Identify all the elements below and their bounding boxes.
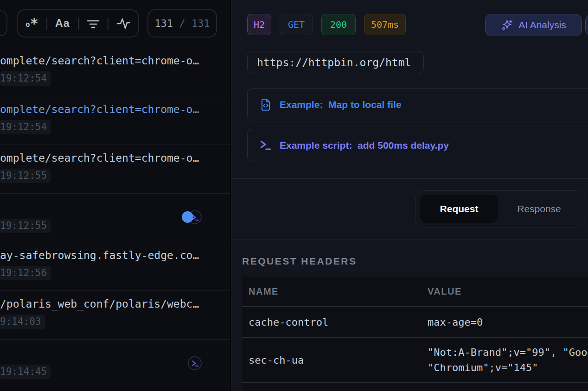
file-code-icon	[260, 98, 272, 111]
script-active-badge[interactable]	[187, 210, 202, 225]
search-box-partial[interactable]	[0, 10, 7, 36]
header-value: max-age=0	[421, 315, 588, 330]
header-name: cache-control	[242, 316, 421, 328]
request-url: omplete/search?client=chrome-o…	[0, 151, 230, 164]
request-row[interactable]: /polaris_web_conf/polaris/webc… 9:14:03	[0, 291, 230, 340]
request-url: /polaris_web_conf/polaris/webc…	[0, 297, 230, 310]
request-row[interactable]: ay-safebrowsing.fastly-edge.co… 19:12:56	[0, 242, 230, 291]
request-url: ay-safebrowsing.fastly-edge.co…	[0, 249, 230, 262]
request-timestamp: 19:12:54	[0, 71, 51, 86]
table-header-row: NAME VALUE	[242, 277, 588, 307]
example-script-button[interactable]: Example script: add 500ms delay.py	[247, 129, 588, 162]
column-header-name: NAME	[242, 286, 421, 297]
request-url: omplete/search?client=chrome-o…	[0, 54, 230, 67]
example-map-local-file-button[interactable]: Example: Map to local file	[247, 88, 588, 121]
request-headers-table: NAME VALUE cache-control max-age=0 sec-c…	[242, 277, 588, 391]
request-timestamp: 19:12:54	[0, 120, 51, 134]
table-row	[242, 383, 588, 391]
request-row[interactable]: 19:14:45	[0, 340, 230, 388]
request-row[interactable]: omplete/search?client=chrome-o… 19:12:55	[0, 145, 230, 194]
request-detail-panel: H2 GET 200 507ms AI Analysis https://htt…	[231, 0, 588, 391]
request-counter: 131 / 131	[147, 9, 217, 38]
header-name: sec-ch-ua	[242, 354, 421, 366]
active-dot	[182, 211, 193, 223]
protocol-badge: H2	[247, 14, 271, 35]
terminal-circle-icon	[188, 356, 202, 370]
badge-row: H2 GET 200 507ms	[247, 14, 406, 35]
request-url-field[interactable]: https://httpbin.org/html	[247, 51, 424, 74]
request-list-panel: o* Aa 131 / 131 omplete/search?client=ch	[0, 0, 230, 391]
request-timestamp: 19:14:45	[0, 365, 51, 379]
example-script-label: Example script: add 500ms delay.py	[280, 140, 449, 151]
example-map-label: Example: Map to local file	[280, 99, 402, 110]
table-row: cache-control max-age=0	[242, 307, 588, 338]
activity-waveform-icon[interactable]	[116, 17, 130, 31]
filter-icon-group: o* Aa	[17, 9, 139, 38]
status-badge: 200	[321, 14, 356, 35]
request-response-tabs: Request Response	[415, 190, 585, 227]
request-list: omplete/search?client=chrome-o… 19:12:54…	[0, 48, 230, 388]
ai-analysis-label: AI Analysis	[518, 19, 566, 31]
terminal-icon	[260, 139, 272, 151]
list-toolbar: o* Aa 131 / 131	[0, 0, 230, 48]
request-headers-title: REQUEST HEADERS	[242, 256, 357, 267]
filter-lines-icon[interactable]	[87, 18, 100, 30]
regex-toggle-icon[interactable]: o*	[26, 18, 38, 29]
request-timestamp: 19:12:55	[0, 169, 51, 183]
header-value: "Not:A-Brand";v="99", "Google Chrome";v=…	[421, 345, 588, 375]
duration-badge: 507ms	[364, 14, 406, 35]
tab-response[interactable]: Response	[498, 203, 580, 214]
case-sensitive-icon[interactable]: Aa	[55, 17, 70, 30]
request-row[interactable]: omplete/search?client=chrome-o… 19:12:54	[0, 48, 230, 96]
request-row[interactable]: omplete/search?client=chrome-o… 19:12:54	[0, 96, 230, 145]
request-url-value: https://httpbin.org/html	[257, 57, 411, 69]
ai-analysis-button[interactable]: AI Analysis	[485, 14, 582, 36]
request-url: omplete/search?client=chrome-o…	[0, 103, 230, 116]
tab-request[interactable]: Request	[420, 195, 498, 223]
table-row: sec-ch-ua "Not:A-Brand";v="99", "Google …	[242, 338, 588, 383]
sparkle-icon	[501, 19, 513, 32]
request-timestamp: 19:12:55	[0, 219, 51, 233]
request-timestamp: 19:12:56	[0, 266, 51, 280]
divider	[78, 18, 79, 30]
divider	[46, 18, 47, 30]
request-row[interactable]: 19:12:55	[0, 194, 230, 242]
script-badge[interactable]	[187, 356, 202, 371]
column-header-value: VALUE	[421, 286, 588, 297]
edge-button-partial[interactable]	[585, 14, 588, 36]
request-timestamp: 9:14:03	[0, 315, 45, 329]
method-badge: GET	[280, 14, 313, 35]
divider	[108, 18, 109, 30]
divider	[231, 240, 588, 240]
divider	[231, 178, 588, 179]
